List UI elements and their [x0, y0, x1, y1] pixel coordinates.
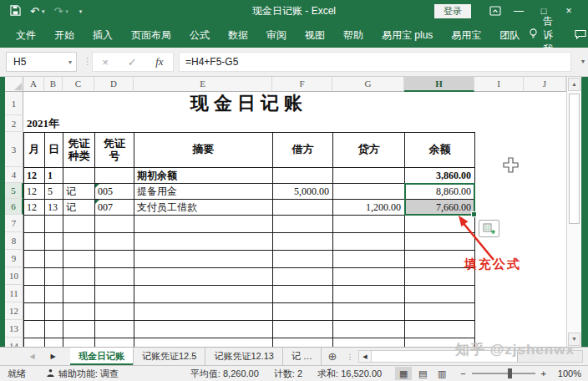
expand-formula-bar-icon[interactable]: ▾: [581, 58, 585, 65]
empty-cell[interactable]: [273, 338, 333, 347]
empty-cell[interactable]: [273, 286, 333, 303]
fill-handle[interactable]: [471, 211, 477, 217]
empty-cell[interactable]: [24, 233, 45, 251]
empty-cell[interactable]: [333, 251, 405, 268]
row-header-1[interactable]: 1: [5, 92, 23, 115]
table-cell[interactable]: [273, 200, 333, 216]
column-header-F[interactable]: F: [272, 77, 332, 92]
row-header-13[interactable]: 13: [5, 320, 23, 338]
table-cell[interactable]: 提备用金: [134, 184, 273, 200]
table-cell[interactable]: 记: [63, 184, 95, 200]
sheet-tab-记账凭证12.5[interactable]: 记账凭证12.5: [134, 348, 205, 365]
enter-icon[interactable]: ✓: [128, 56, 137, 69]
autofill-options-button[interactable]: [479, 220, 499, 237]
empty-cell[interactable]: [45, 321, 63, 338]
empty-cell[interactable]: [134, 251, 273, 268]
empty-cell[interactable]: [45, 216, 63, 233]
name-box-dropdown-icon[interactable]: ▾: [68, 58, 72, 66]
table-cell[interactable]: 12: [24, 200, 45, 216]
empty-cell[interactable]: [134, 338, 273, 347]
year-label[interactable]: 2021年: [27, 115, 59, 132]
empty-cell[interactable]: [273, 268, 333, 286]
table-cell[interactable]: 12: [24, 168, 45, 184]
empty-cell[interactable]: [333, 286, 405, 303]
table-header-cell[interactable]: 日: [45, 133, 63, 168]
row-header-9[interactable]: 9: [5, 250, 23, 267]
empty-cell[interactable]: [24, 286, 45, 303]
table-cell[interactable]: 5,000.00: [273, 184, 333, 200]
table-header-cell[interactable]: 月: [24, 133, 45, 168]
ribbon-tab-易用宝[interactable]: 易用宝: [442, 23, 490, 48]
empty-cell[interactable]: [405, 216, 475, 233]
empty-cell[interactable]: [45, 303, 63, 321]
table-cell[interactable]: [333, 168, 405, 184]
ribbon-tab-页面布局[interactable]: 页面布局: [122, 23, 180, 48]
row-header-10[interactable]: 10: [5, 267, 23, 285]
ribbon-tab-插入[interactable]: 插入: [84, 23, 122, 48]
row-header-5[interactable]: 5: [5, 183, 23, 199]
empty-cell[interactable]: [134, 216, 273, 233]
table-cell[interactable]: [273, 168, 333, 184]
table-cell[interactable]: 3,860.00: [405, 168, 475, 184]
ribbon-tab-视图[interactable]: 视图: [296, 23, 334, 48]
empty-cell[interactable]: [63, 338, 95, 347]
table-cell[interactable]: 7,660.00: [405, 200, 475, 216]
tab-nav-left-icon[interactable]: ◀: [22, 348, 43, 365]
row-header-3[interactable]: 3: [5, 132, 23, 167]
table-cell[interactable]: 007: [95, 200, 134, 216]
undo-dropdown-icon[interactable]: ▾: [42, 8, 45, 15]
table-cell[interactable]: [95, 168, 134, 184]
table-cell[interactable]: 期初余额: [134, 168, 273, 184]
table-cell[interactable]: 1: [45, 168, 63, 184]
empty-cell[interactable]: [45, 233, 63, 251]
empty-cell[interactable]: [134, 321, 273, 338]
save-icon[interactable]: [10, 5, 21, 18]
empty-cell[interactable]: [405, 303, 475, 321]
empty-cell[interactable]: [95, 216, 134, 233]
table-header-cell[interactable]: 借方: [273, 133, 333, 168]
table-cell[interactable]: 13: [45, 200, 63, 216]
row-header-2[interactable]: 2: [5, 115, 23, 132]
empty-cell[interactable]: [333, 303, 405, 321]
column-header-D[interactable]: D: [94, 77, 134, 92]
row-header-4[interactable]: 4: [5, 167, 23, 183]
table-cell[interactable]: 5: [45, 184, 63, 200]
table-cell[interactable]: 支付员工借款: [134, 200, 273, 216]
row-header-14[interactable]: 14: [5, 338, 23, 347]
customize-qat-icon[interactable]: ▾: [79, 8, 83, 15]
column-header-G[interactable]: G: [332, 77, 404, 92]
tab-nav-right-icon[interactable]: ▶: [43, 348, 63, 365]
table-cell[interactable]: 12: [24, 184, 45, 200]
row-header-7[interactable]: 7: [5, 215, 23, 232]
ribbon-tab-帮助[interactable]: 帮助: [334, 23, 373, 48]
column-header-J[interactable]: J: [524, 77, 566, 92]
empty-cell[interactable]: [45, 338, 63, 347]
empty-cell[interactable]: [24, 338, 45, 347]
table-header-cell[interactable]: 余额: [405, 133, 475, 168]
column-header-I[interactable]: I: [474, 77, 524, 92]
row-header-6[interactable]: 6: [5, 199, 23, 215]
vertical-scrollbar[interactable]: ▲ ▼: [566, 77, 581, 347]
empty-cell[interactable]: [134, 268, 273, 286]
table-cell[interactable]: [63, 168, 95, 184]
ribbon-tab-数据[interactable]: 数据: [219, 23, 257, 48]
sheet-tab-记账凭证12.13[interactable]: 记账凭证12.13: [205, 348, 283, 365]
empty-cell[interactable]: [24, 303, 45, 321]
ribbon-tab-团队[interactable]: 团队: [490, 23, 529, 48]
empty-cell[interactable]: [333, 338, 405, 347]
row-header-11[interactable]: 11: [5, 285, 23, 302]
sign-in-button[interactable]: 登录: [434, 4, 471, 18]
column-header-A[interactable]: A: [23, 77, 44, 92]
column-header-E[interactable]: E: [134, 77, 272, 92]
table-header-cell[interactable]: 摘要: [134, 133, 273, 168]
table-header-cell[interactable]: 凭证 号: [95, 133, 134, 168]
empty-cell[interactable]: [63, 321, 95, 338]
ribbon-tab-审阅[interactable]: 审阅: [257, 23, 296, 48]
empty-cell[interactable]: [273, 251, 333, 268]
empty-cell[interactable]: [24, 251, 45, 268]
empty-cell[interactable]: [95, 233, 134, 251]
undo-icon[interactable]: ↶: [30, 5, 39, 18]
scroll-up-icon[interactable]: ▲: [568, 78, 580, 91]
row-header-8[interactable]: 8: [5, 232, 23, 250]
empty-cell[interactable]: [405, 321, 475, 338]
